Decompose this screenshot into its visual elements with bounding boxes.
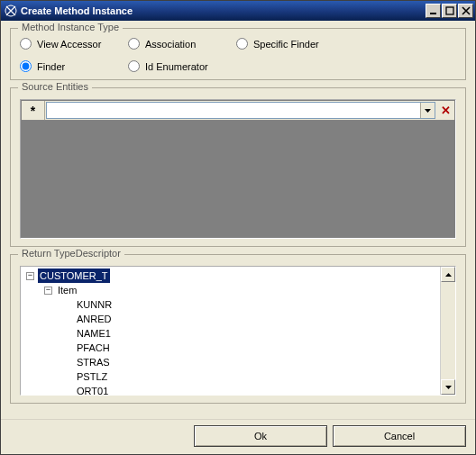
radio-id-enumerator-input[interactable] — [128, 60, 140, 72]
combo-dropdown-button[interactable] — [420, 103, 435, 118]
radio-id-enumerator[interactable]: Id Enumerator — [128, 60, 236, 72]
cancel-button[interactable]: Cancel — [333, 425, 466, 447]
tree-node-field[interactable]: NAME1 — [23, 326, 438, 341]
chevron-up-icon — [445, 273, 452, 277]
svg-rect-1 — [430, 13, 436, 14]
return-type-tree[interactable]: − CUSTOMER_T − Item KUNNR ANRED — [21, 267, 440, 395]
tree-node-field[interactable]: ORT01 — [23, 384, 438, 395]
tree-scrollbar[interactable] — [440, 267, 455, 395]
source-entities-new-row: * ✕ — [22, 101, 454, 121]
tree-expander[interactable]: − — [44, 287, 52, 295]
dialog-window: Create Method Instance Method Instance T… — [0, 0, 476, 455]
radio-association[interactable]: Association — [128, 38, 236, 50]
titlebar[interactable]: Create Method Instance — [1, 1, 475, 21]
maximize-button[interactable] — [442, 4, 457, 18]
tree-label-field[interactable]: KUNNR — [75, 297, 114, 312]
tree-node-item[interactable]: − Item — [23, 283, 438, 297]
svg-rect-2 — [446, 7, 453, 14]
tree-node-field[interactable]: PFACH — [23, 341, 438, 355]
minimize-button[interactable] — [426, 4, 441, 18]
radio-specific-finder-input[interactable] — [236, 38, 248, 50]
return-type-tree-container: − CUSTOMER_T − Item KUNNR ANRED — [20, 266, 456, 396]
delete-row-button[interactable]: ✕ — [436, 101, 454, 120]
radio-finder-input[interactable] — [20, 60, 32, 72]
radio-finder[interactable]: Finder — [20, 60, 128, 72]
radio-label: View Accessor — [37, 39, 101, 50]
tree-node-root[interactable]: − CUSTOMER_T — [23, 268, 438, 283]
radio-view-accessor-input[interactable] — [20, 38, 32, 50]
source-entities-legend: Source Entities — [18, 81, 92, 92]
new-row-marker: * — [22, 101, 45, 120]
tree-node-field[interactable]: STRAS — [23, 355, 438, 369]
dialog-button-row: Ok Cancel — [1, 419, 475, 454]
chevron-down-icon — [425, 109, 431, 113]
scroll-up-button[interactable] — [441, 267, 455, 282]
tree-label-field[interactable]: PSTLZ — [75, 369, 109, 384]
radio-association-input[interactable] — [128, 38, 140, 50]
tree-label-root[interactable]: CUSTOMER_T — [38, 268, 110, 283]
tree-label-item[interactable]: Item — [56, 283, 78, 297]
tree-expander[interactable]: − — [26, 272, 34, 280]
tree-node-field[interactable]: ANRED — [23, 312, 438, 326]
radio-label: Id Enumerator — [145, 61, 208, 72]
radio-label: Association — [145, 39, 196, 50]
window-title: Create Method Instance — [21, 5, 425, 16]
chevron-down-icon — [445, 386, 452, 389]
close-button[interactable] — [458, 4, 473, 18]
tree-label-field[interactable]: ANRED — [75, 312, 114, 326]
delete-icon: ✕ — [441, 104, 451, 117]
source-entity-combo[interactable] — [46, 102, 435, 119]
method-instance-type-group: Method Instance Type View Accessor Assoc… — [10, 28, 466, 80]
tree-label-field[interactable]: PFACH — [75, 341, 112, 355]
source-entities-grid: * ✕ — [20, 99, 456, 239]
radio-label: Specific Finder — [253, 39, 319, 50]
return-typedescriptor-legend: Return TypeDescriptor — [18, 248, 124, 259]
tree-node-field[interactable]: KUNNR — [23, 297, 438, 312]
radio-view-accessor[interactable]: View Accessor — [20, 38, 128, 50]
scroll-down-button[interactable] — [441, 379, 455, 395]
method-instance-type-legend: Method Instance Type — [18, 22, 123, 32]
titlebar-buttons — [425, 4, 475, 18]
tree-label-field[interactable]: ORT01 — [75, 384, 110, 395]
dialog-content: Method Instance Type View Accessor Assoc… — [1, 21, 475, 419]
tree-node-field[interactable]: PSTLZ — [23, 369, 438, 384]
ok-button[interactable]: Ok — [194, 425, 327, 447]
app-icon — [5, 5, 17, 17]
source-entity-input[interactable] — [47, 103, 420, 118]
radio-specific-finder[interactable]: Specific Finder — [236, 38, 371, 50]
return-typedescriptor-group: Return TypeDescriptor − CUSTOMER_T − Ite… — [10, 254, 466, 404]
source-entities-group: Source Entities * ✕ — [10, 87, 466, 247]
tree-label-field[interactable]: STRAS — [75, 355, 112, 369]
scroll-track[interactable] — [441, 282, 455, 379]
radio-label: Finder — [37, 61, 65, 72]
tree-label-field[interactable]: NAME1 — [75, 326, 113, 341]
